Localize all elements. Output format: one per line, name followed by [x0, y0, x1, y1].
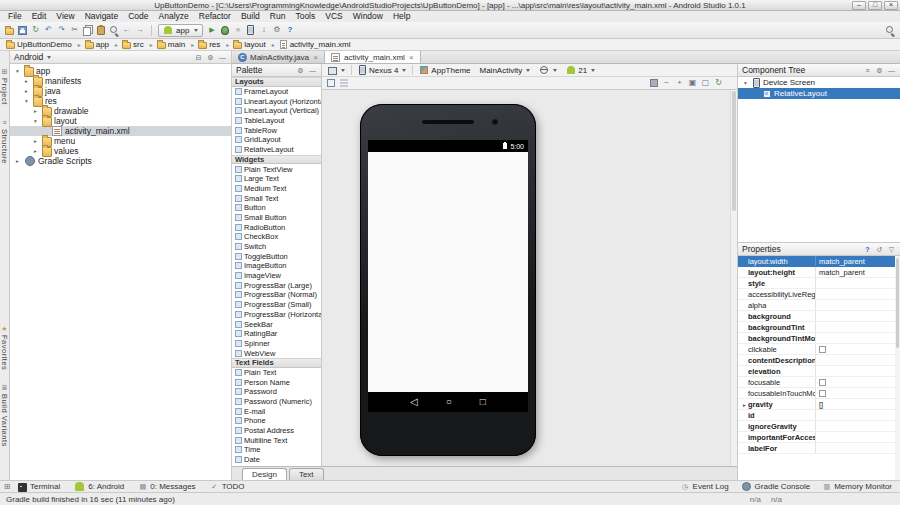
menu-item[interactable]: Build	[236, 11, 265, 22]
menu-item[interactable]: Code	[123, 11, 153, 22]
hide-icon[interactable]: —	[887, 66, 896, 75]
palette-item[interactable]: SeekBar	[232, 319, 321, 329]
tool-window-button[interactable]: ✓TODO	[204, 481, 251, 493]
palette-item[interactable]: CheckBox	[232, 232, 321, 242]
property-row[interactable]: gravity []	[738, 399, 900, 410]
tool-window-button[interactable]: ★Favorites	[0, 325, 9, 370]
component-tree-item[interactable]: RelativeLayout	[738, 88, 900, 99]
palette-item[interactable]: Password	[232, 387, 321, 397]
project-view-select[interactable]: Android	[14, 52, 43, 62]
menu-item[interactable]: Analyze	[154, 11, 194, 22]
scrollbar-thumb[interactable]	[896, 258, 899, 348]
project-tree-item[interactable]: Gradle Scripts	[10, 156, 231, 166]
tree-toggle-icon[interactable]	[22, 98, 31, 104]
menu-item[interactable]: Help	[388, 11, 415, 22]
tree-toggle-icon[interactable]	[22, 88, 31, 94]
palette-item[interactable]: Date	[232, 455, 321, 465]
tree-toggle-icon[interactable]	[31, 138, 40, 144]
palette-item[interactable]: Small Text	[232, 193, 321, 203]
tree-toggle-icon[interactable]	[31, 148, 40, 154]
menu-item[interactable]: View	[51, 11, 79, 22]
property-value[interactable]	[816, 443, 900, 453]
palette-item[interactable]: Plain Text	[232, 368, 321, 378]
property-row[interactable]: backgroundTint	[738, 322, 900, 333]
palette-item[interactable]: TableLayout	[232, 116, 321, 126]
property-row[interactable]: layout:width match_parent	[738, 256, 900, 267]
property-row[interactable]: clickable	[738, 344, 900, 355]
palette-item[interactable]: FrameLayout	[232, 87, 321, 97]
palette-item[interactable]: Large Text	[232, 174, 321, 184]
property-value[interactable]: match_parent	[816, 267, 900, 277]
palette-item[interactable]: RelativeLayout	[232, 145, 321, 155]
window-control-button[interactable]: –	[852, 1, 866, 10]
device-screen[interactable]: 5:00	[368, 140, 528, 412]
tree-toggle-icon[interactable]	[13, 158, 22, 164]
palette-item[interactable]: ImageButton	[232, 261, 321, 271]
property-value[interactable]	[816, 366, 900, 376]
property-value[interactable]	[816, 289, 900, 299]
tool-window-button[interactable]: Terminal	[12, 481, 66, 493]
property-row[interactable]: backgroundTintMode	[738, 333, 900, 344]
palette-item[interactable]: ProgressBar (Normal)	[232, 290, 321, 300]
palette-item[interactable]: Multiline Text	[232, 435, 321, 445]
property-value[interactable]	[816, 388, 900, 398]
palette-item[interactable]: ProgressBar (Large)	[232, 280, 321, 290]
run-config-select[interactable]: app	[158, 24, 203, 37]
device-select[interactable]: Nexus 4	[355, 64, 409, 76]
tree-toggle-icon[interactable]	[22, 78, 31, 84]
palette-item[interactable]: RatingBar	[232, 329, 321, 339]
breadcrumb-item[interactable]: res	[198, 40, 233, 49]
status-segment[interactable]: n/a	[750, 495, 761, 504]
checkbox[interactable]	[819, 390, 826, 397]
palette-item[interactable]: WebView	[232, 348, 321, 358]
project-tree-item[interactable]: java	[10, 86, 231, 96]
layout-preview-area[interactable]	[368, 152, 528, 392]
window-control-button[interactable]: ×	[884, 1, 898, 10]
theme-select[interactable]: AppTheme	[416, 64, 473, 76]
hide-icon[interactable]: —	[308, 66, 317, 75]
tool-window-button[interactable]: ◷Event Log	[675, 481, 735, 493]
palette-item[interactable]: Widgets	[232, 155, 321, 165]
render-config-select[interactable]	[325, 64, 348, 76]
palette-item[interactable]: LinearLayout (Horizontal)	[232, 96, 321, 106]
tool-window-button[interactable]: ⊞Project	[0, 68, 9, 105]
breadcrumb-item[interactable]: activity_main.xml	[279, 40, 351, 49]
palette-item[interactable]: GridLayout	[232, 135, 321, 145]
tool-window-button[interactable]: 6: Android	[68, 481, 130, 493]
close-tab-icon[interactable]	[408, 53, 415, 62]
palette-item[interactable]: LinearLayout (Vertical)	[232, 106, 321, 116]
tool-window-button[interactable]: ▥Memory Monitor	[816, 481, 898, 493]
property-row[interactable]: labelFor	[738, 443, 900, 454]
revert-icon[interactable]: ↺	[875, 245, 884, 254]
tool-window-button[interactable]: ≡Structure	[0, 119, 9, 164]
menu-item[interactable]: File	[3, 11, 27, 22]
menu-item[interactable]: VCS	[320, 11, 347, 22]
property-row[interactable]: layout:height match_parent	[738, 267, 900, 278]
canvas-scrollbar[interactable]	[730, 90, 737, 466]
palette-item[interactable]: Person Name	[232, 377, 321, 387]
breadcrumb-item[interactable]: layout	[233, 40, 278, 49]
property-row[interactable]: focusableInTouchMode	[738, 388, 900, 399]
property-value[interactable]	[816, 311, 900, 321]
status-segment[interactable]: n/a	[771, 495, 782, 504]
property-row[interactable]: accessibilityLiveRegion	[738, 289, 900, 300]
property-row[interactable]: alpha	[738, 300, 900, 311]
palette-item[interactable]: E-mail	[232, 406, 321, 416]
help-icon[interactable]: ?	[863, 245, 872, 254]
tool-window-button[interactable]: ▤0: Messages	[132, 481, 201, 493]
property-row[interactable]: elevation	[738, 366, 900, 377]
property-row[interactable]: background	[738, 311, 900, 322]
property-row[interactable]: contentDescription	[738, 355, 900, 366]
property-value[interactable]	[816, 300, 900, 310]
palette-item[interactable]: ProgressBar (Small)	[232, 300, 321, 310]
breadcrumb-item[interactable]: UpButtonDemo	[6, 40, 85, 49]
tool-window-button[interactable]: Gradle Console	[735, 481, 817, 493]
palette-item[interactable]: ProgressBar (Horizontal)	[232, 310, 321, 320]
properties-scrollbar[interactable]	[895, 256, 900, 480]
menu-item[interactable]: Refactor	[194, 11, 236, 22]
property-value[interactable]	[816, 432, 900, 442]
checkbox[interactable]	[819, 346, 826, 353]
palette-item[interactable]: RadioButton	[232, 222, 321, 232]
editor-mode-tab[interactable]: Text	[289, 468, 324, 480]
editor-tab[interactable]: C MainActivity.java	[233, 51, 325, 63]
